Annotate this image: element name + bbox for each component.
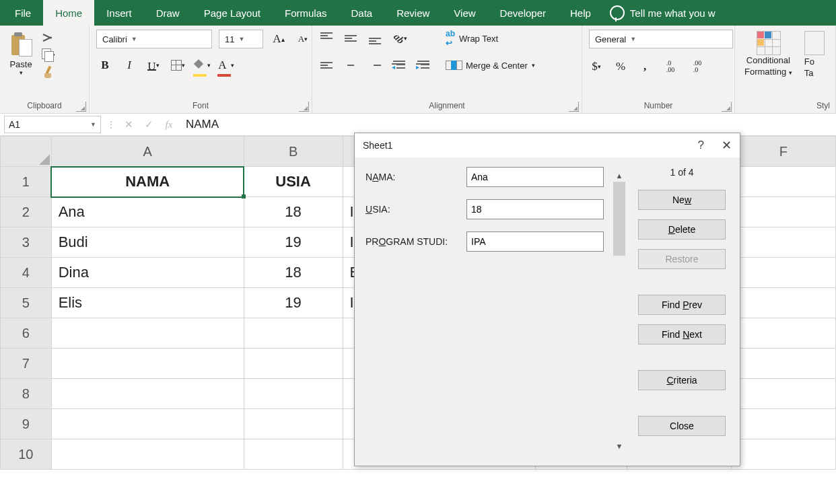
dialog-form: NAMA: USIA: PROGRAM STUDI:	[365, 167, 604, 456]
row-header-1[interactable]: 1	[1, 167, 52, 197]
col-header-F[interactable]: F	[731, 137, 835, 167]
italic-button[interactable]: I	[120, 57, 138, 74]
new-button[interactable]: New	[638, 190, 726, 210]
scroll-down-button[interactable]: ▼	[613, 440, 625, 452]
row-header-7[interactable]: 7	[1, 349, 52, 379]
cell-B5[interactable]: 19	[244, 288, 343, 318]
clipboard-launcher[interactable]	[76, 102, 86, 112]
comma-button[interactable]: ,	[637, 58, 652, 75]
borders-button[interactable]: ▾	[169, 57, 186, 74]
find-prev-button[interactable]: Find Prev	[638, 295, 726, 315]
select-all-button[interactable]	[1, 137, 52, 167]
dialog-scrollbar[interactable]: ▲ ▼	[613, 167, 625, 456]
tab-home[interactable]: Home	[43, 0, 94, 26]
decrease-font-button[interactable]: A▾	[294, 30, 312, 48]
cell-A2[interactable]: Ana	[51, 197, 244, 227]
col-header-B[interactable]: B	[244, 137, 343, 167]
record-counter: 1 of 4	[670, 167, 693, 180]
enter-button[interactable]: ✓	[141, 118, 156, 131]
cell-A3[interactable]: Budi	[51, 227, 244, 258]
row-header-9[interactable]: 9	[1, 409, 52, 439]
row-header-5[interactable]: 5	[1, 288, 52, 318]
scroll-thumb[interactable]	[613, 182, 625, 256]
conditional-formatting-button[interactable]: Conditional Formatting ▾	[742, 30, 795, 78]
tab-review[interactable]: Review	[384, 0, 442, 26]
tab-data[interactable]: Data	[339, 0, 384, 26]
field-usia-input[interactable]	[466, 199, 604, 219]
number-format-value: General	[595, 34, 626, 44]
decrease-indent-button[interactable]: ◂	[392, 57, 407, 74]
row-header-2[interactable]: 2	[1, 197, 52, 227]
align-center-button[interactable]	[343, 57, 358, 74]
row-header-6[interactable]: 6	[1, 318, 52, 349]
wrap-text-button[interactable]: ab↩Wrap Text	[442, 30, 539, 47]
tab-help[interactable]: Help	[558, 0, 603, 26]
tab-page-layout[interactable]: Page Layout	[192, 0, 273, 26]
format-table-button[interactable]: Fo Ta	[802, 30, 827, 79]
cell-A1[interactable]: NAMA	[51, 167, 244, 197]
number-format-combo[interactable]: General▼	[589, 30, 733, 48]
orientation-button[interactable]: ab ▾	[392, 30, 409, 47]
font-color-button[interactable]: A ▾	[217, 57, 235, 74]
increase-font-button[interactable]: A▴	[270, 30, 287, 48]
format-painter-button[interactable]	[42, 66, 55, 79]
paste-button[interactable]: Paste ▾	[7, 30, 35, 77]
increase-decimal-button[interactable]: .0.00	[662, 58, 679, 75]
tab-file[interactable]: File	[3, 0, 43, 26]
alignment-launcher[interactable]	[569, 102, 579, 112]
font-size-combo[interactable]: 11▼	[219, 30, 263, 48]
align-left-button[interactable]	[319, 57, 334, 74]
currency-button[interactable]: $ ▾	[589, 58, 604, 75]
scroll-up-button[interactable]: ▲	[613, 170, 625, 182]
fx-button[interactable]: fx	[162, 119, 176, 131]
dialog-close-button[interactable]: ✕	[722, 138, 732, 153]
cell-F1[interactable]	[731, 167, 835, 197]
field-nama-input[interactable]	[466, 167, 604, 187]
bold-button[interactable]: B	[96, 57, 114, 74]
row-header-8[interactable]: 8	[1, 379, 52, 409]
number-launcher[interactable]	[722, 102, 732, 112]
tab-draw[interactable]: Draw	[144, 0, 192, 26]
align-right-button[interactable]	[368, 57, 382, 74]
cut-button[interactable]	[42, 31, 55, 44]
paste-icon	[9, 31, 32, 58]
close-button[interactable]: Close	[638, 416, 726, 436]
name-box[interactable]: A1▼	[4, 116, 101, 133]
cell-B1[interactable]: USIA	[244, 167, 343, 197]
tell-me[interactable]: Tell me what you w	[610, 5, 716, 20]
increase-indent-button[interactable]: ▸	[416, 57, 431, 74]
font-launcher[interactable]	[299, 102, 309, 112]
underline-button[interactable]: U ▾	[145, 57, 162, 74]
dialog-titlebar[interactable]: Sheet1 ? ✕	[355, 133, 740, 157]
copy-button[interactable]: ▾	[42, 48, 55, 62]
fill-color-button[interactable]: ▾	[193, 57, 211, 74]
align-top-button[interactable]	[319, 30, 334, 47]
font-name-combo[interactable]: Calibri▼	[96, 30, 212, 48]
cell-A5[interactable]: Elis	[51, 288, 244, 318]
align-bottom-button[interactable]	[368, 30, 382, 47]
merge-center-button[interactable]: Merge & Center ▾	[442, 57, 539, 74]
tab-developer[interactable]: Developer	[488, 0, 558, 26]
cell-A4[interactable]: Dina	[51, 258, 244, 288]
lightbulb-icon	[610, 5, 625, 20]
tab-insert[interactable]: Insert	[94, 0, 144, 26]
decrease-decimal-button[interactable]: .00.0	[689, 58, 706, 75]
tab-view[interactable]: View	[442, 0, 487, 26]
row-header-10[interactable]: 10	[1, 439, 52, 470]
cell-B3[interactable]: 19	[244, 227, 343, 258]
cell-B2[interactable]: 18	[244, 197, 343, 227]
tab-formulas[interactable]: Formulas	[273, 0, 339, 26]
cell-B4[interactable]: 18	[244, 258, 343, 288]
formula-input[interactable]: NAMA	[182, 116, 832, 133]
cancel-button[interactable]: ✕	[121, 118, 136, 131]
col-header-A[interactable]: A	[51, 137, 244, 167]
find-next-button[interactable]: Find Next	[638, 324, 726, 345]
criteria-button[interactable]: Criteria	[638, 370, 726, 390]
align-middle-button[interactable]	[343, 30, 358, 47]
row-header-3[interactable]: 3	[1, 227, 52, 258]
field-program-input[interactable]	[466, 231, 604, 252]
row-header-4[interactable]: 4	[1, 258, 52, 288]
percent-button[interactable]: %	[613, 58, 628, 75]
delete-button[interactable]: Delete	[638, 219, 726, 240]
dialog-help-button[interactable]: ?	[698, 139, 704, 152]
